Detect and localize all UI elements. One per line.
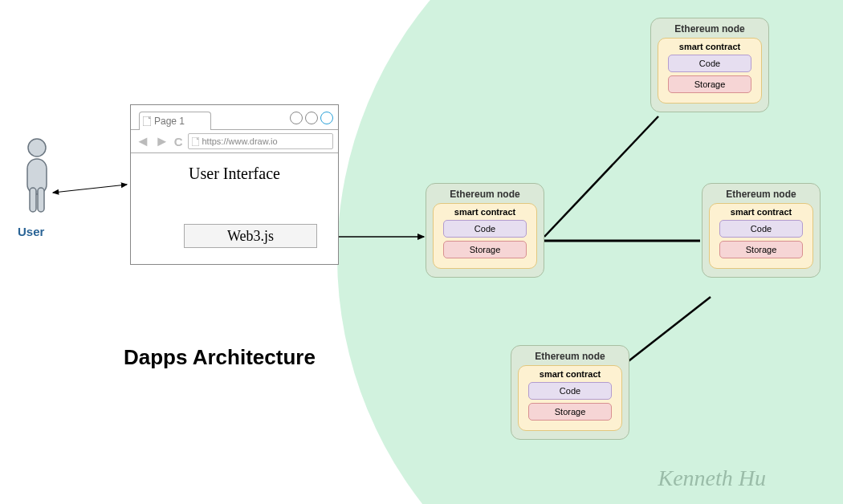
contract-title: smart contract <box>663 42 756 51</box>
ethereum-node-2: Ethereum node smart contract Code Storag… <box>650 18 769 112</box>
reload-icon[interactable]: C <box>174 135 183 148</box>
storage-box: Storage <box>719 241 803 258</box>
browser-tab-label: Page 1 <box>154 116 185 127</box>
code-box: Code <box>668 55 751 72</box>
ethereum-node-4: Ethereum node smart contract Code Storag… <box>511 345 629 440</box>
browser-tabbar: Page 1 <box>131 105 338 130</box>
browser-tab[interactable]: Page 1 <box>139 112 211 130</box>
node-title: Ethereum node <box>658 23 762 35</box>
user-icon <box>21 138 53 222</box>
smart-contract: smart contract Code Storage <box>658 38 762 104</box>
contract-title: smart contract <box>438 207 531 217</box>
node-title: Ethereum node <box>518 351 622 362</box>
back-icon[interactable]: ◄ <box>136 134 150 148</box>
url-bar[interactable]: https://www.draw.io <box>188 133 334 149</box>
user-label: User <box>18 225 44 238</box>
contract-title: smart contract <box>523 369 617 379</box>
storage-box: Storage <box>668 75 751 93</box>
watermark: Kenneth Hu <box>658 465 766 491</box>
diagram-title: Dapps Architecture <box>124 345 316 370</box>
code-box: Code <box>528 382 612 400</box>
forward-icon[interactable]: ► <box>155 134 169 148</box>
storage-box: Storage <box>443 241 527 258</box>
page-icon <box>143 116 151 126</box>
svg-line-0 <box>53 185 127 193</box>
browser-window: Page 1 ◄ ► C https://www.draw.io User In… <box>130 104 339 265</box>
window-control-1[interactable] <box>290 112 303 124</box>
code-box: Code <box>719 220 803 238</box>
svg-point-5 <box>28 139 46 156</box>
node-title: Ethereum node <box>433 189 537 200</box>
ethereum-node-3: Ethereum node smart contract Code Storag… <box>702 183 821 278</box>
code-box: Code <box>443 220 527 238</box>
ethereum-node-1: Ethereum node smart contract Code Storag… <box>426 183 544 278</box>
window-control-3[interactable] <box>320 112 333 124</box>
window-control-2[interactable] <box>305 112 318 124</box>
contract-title: smart contract <box>715 207 808 217</box>
storage-box: Storage <box>528 403 612 421</box>
node-title: Ethereum node <box>709 189 813 200</box>
page-icon <box>192 137 199 146</box>
smart-contract: smart contract Code Storage <box>518 365 622 431</box>
smart-contract: smart contract Code Storage <box>709 203 813 269</box>
smart-contract: smart contract Code Storage <box>433 203 537 269</box>
svg-rect-7 <box>30 188 36 212</box>
user-interface-label: User Interface <box>131 165 338 183</box>
url-text: https://www.draw.io <box>202 136 278 146</box>
window-controls <box>290 112 333 124</box>
svg-rect-8 <box>38 188 44 212</box>
browser-toolbar: ◄ ► C https://www.draw.io <box>131 130 338 153</box>
web3-box: Web3.js <box>184 224 317 248</box>
